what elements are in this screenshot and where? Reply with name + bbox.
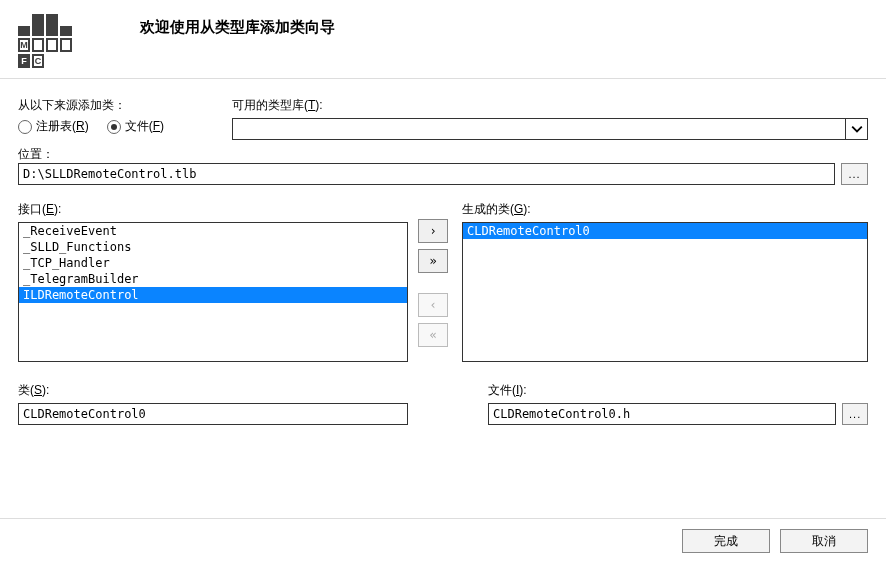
location-label: 位置： (18, 147, 54, 161)
typelib-label: 可用的类型库(T): (232, 97, 868, 114)
file-label: 文件(I): (488, 382, 868, 399)
class-input[interactable] (18, 403, 408, 425)
list-item[interactable]: _TelegramBuilder (19, 271, 407, 287)
generated-listbox[interactable]: CLDRemoteControl0 (462, 222, 868, 362)
source-label: 从以下来源添加类： (18, 97, 218, 114)
interfaces-label: 接口(E): (18, 201, 408, 218)
typelib-dropdown-button[interactable] (845, 119, 867, 139)
radio-file[interactable]: 文件(F) (107, 118, 164, 135)
mfc-logo: M FC (18, 12, 90, 70)
radio-registry-circle[interactable] (18, 120, 32, 134)
file-browse-button[interactable]: ... (842, 403, 868, 425)
radio-file-circle[interactable] (107, 120, 121, 134)
radio-registry-label: 注册表(R) (36, 118, 89, 135)
list-item[interactable]: _SLLD_Functions (19, 239, 407, 255)
cancel-button[interactable]: 取消 (780, 529, 868, 553)
typelib-combo[interactable] (232, 118, 868, 140)
radio-registry[interactable]: 注册表(R) (18, 118, 89, 135)
interfaces-listbox[interactable]: _ReceiveEvent_SLLD_Functions_TCP_Handler… (18, 222, 408, 362)
typelib-input[interactable] (233, 119, 845, 139)
class-label: 类(S): (18, 382, 408, 399)
radio-file-label: 文件(F) (125, 118, 164, 135)
generated-label: 生成的类(G): (462, 201, 868, 218)
file-input[interactable] (488, 403, 836, 425)
add-all-button[interactable]: » (418, 249, 448, 273)
location-input[interactable] (18, 163, 835, 185)
wizard-title: 欢迎使用从类型库添加类向导 (140, 18, 335, 37)
remove-button[interactable]: ‹ (418, 293, 448, 317)
remove-all-button[interactable]: « (418, 323, 448, 347)
list-item[interactable]: _ReceiveEvent (19, 223, 407, 239)
finish-button[interactable]: 完成 (682, 529, 770, 553)
add-button[interactable]: › (418, 219, 448, 243)
list-item[interactable]: CLDRemoteControl0 (463, 223, 867, 239)
list-item[interactable]: ILDRemoteControl (19, 287, 407, 303)
location-browse-button[interactable]: ... (841, 163, 868, 185)
chevron-down-icon (851, 123, 863, 135)
list-item[interactable]: _TCP_Handler (19, 255, 407, 271)
